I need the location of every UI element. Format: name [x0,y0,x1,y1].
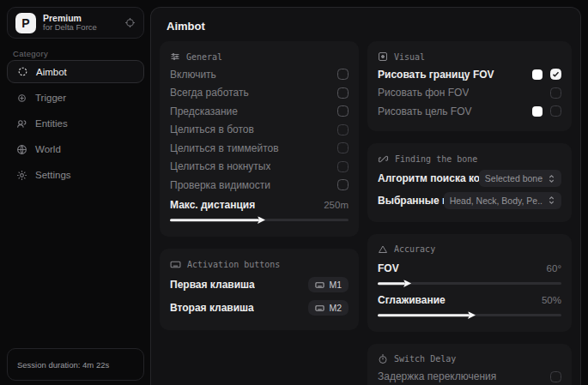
panel-finding-the-bone: Finding the bone Алгоритм поиска кост Se… [367,143,572,222]
triangle-icon [378,244,388,255]
setting-row-fov: FOV 60° [378,260,561,277]
sliders-icon [170,51,180,62]
panel-switch-delay: Switch Delay Задержка переключения Задер… [367,344,572,385]
sidebar-item-settings[interactable]: Settings [7,164,144,186]
timer-icon [378,354,388,364]
color-swatch[interactable] [532,106,543,117]
setting-row-always-work: Всегда работать [170,84,349,103]
sidebar: P Premium for Delta Force Category Aimbo… [0,0,150,385]
keyboard-icon [170,259,181,270]
setting-row-visibility-check: Проверка видимости [170,176,349,195]
sidebar-item-world[interactable]: World [7,138,144,160]
bone-icon [378,153,389,165]
sidebar-item-label: Trigger [35,93,66,103]
checkbox-draw-fov-background[interactable] [550,87,561,99]
sidebar-item-entities[interactable]: Entities [7,112,144,135]
checkbox-draw-fov-border[interactable] [550,69,561,80]
panel-title: Accuracy [394,244,435,254]
sidebar-item-label: Settings [35,170,71,180]
checkbox-visibility-check[interactable] [337,179,349,190]
smoothing-slider[interactable] [378,310,561,322]
setting-row-smoothing: Сглаживание 50% [378,292,561,309]
setting-row-prediction: Предсказание [170,102,349,121]
keybind-button-m1[interactable]: M1 [308,277,349,292]
sidebar-nav: Aimbot Trigger Entities World Settings [7,60,144,189]
checkbox-always-work[interactable] [337,87,349,99]
setting-row-draw-fov-border: Рисовать границу FOV [378,65,561,84]
page-title: Aimbot [151,8,580,41]
session-duration: Session duration: 4m 22s [7,348,144,381]
fov-value: 60° [547,263,561,274]
checkbox-target-bots[interactable] [337,124,349,135]
trigger-icon [16,93,27,104]
setting-row-switch-delay-toggle: Задержка переключения [378,368,561,385]
keyboard-icon [315,304,324,313]
setting-row-first-key: Первая клавиша M1 [170,274,349,297]
sidebar-item-label: World [35,144,61,154]
setting-row-max-distance: Макс. дистанция 250m [170,196,349,214]
main-panel: Aimbot General Включить Всегда работать [150,7,581,385]
visual-icon [378,51,388,62]
checkbox-switch-delay[interactable] [550,371,561,382]
fov-slider[interactable] [378,278,561,290]
brand-subtitle: for Delta Force [43,23,118,33]
sidebar-item-aimbot[interactable]: Aimbot [7,60,144,83]
panel-title: Finding the bone [395,154,477,164]
chevron-up-down-icon [548,174,555,183]
panel-title: Visual [394,52,425,62]
setting-row-enable: Включить [170,65,349,84]
keyboard-icon [315,280,324,290]
panel-visual: Visual Рисовать границу FOV Рисовать фон… [367,41,572,131]
setting-row-bone-algorithm: Алгоритм поиска кост Selected bone [378,168,561,190]
setting-row-target-teammates: Целиться в тиммейтов [170,139,349,158]
keybind-button-m2[interactable]: M2 [308,300,349,316]
panel-activation-buttons: Activation buttons Первая клавиша M1 Вто… [160,249,359,330]
crosshair-icon [17,66,28,77]
panel-title: General [186,52,222,62]
checkbox-enable[interactable] [337,69,349,80]
checkbox-draw-fov-target[interactable] [550,105,561,117]
panel-general: General Включить Всегда работать Предска… [160,41,359,237]
panel-title: Activation buttons [187,260,280,269]
setting-row-target-bots: Целиться в ботов [170,121,349,140]
setting-row-draw-fov-target: Рисовать цель FOV [378,102,561,121]
color-swatch[interactable] [532,69,543,80]
bone-algorithm-select[interactable]: Selected bone [479,170,561,187]
checkbox-target-teammates[interactable] [337,142,349,153]
checkbox-target-knocked[interactable] [337,161,349,172]
entities-icon [16,118,27,129]
max-distance-slider[interactable] [170,214,349,226]
selected-bones-select[interactable]: Head, Neck, Body, Pe.. [444,192,561,209]
setting-row-target-knocked: Целиться в нокнутых [170,158,349,177]
settings-icon [16,170,27,181]
setting-row-second-key: Вторая клавиша M2 [170,297,349,320]
category-label: Category [13,49,48,58]
panel-accuracy: Accuracy FOV 60° Сглаживание 50% [367,234,572,332]
gear-icon[interactable] [124,17,136,28]
brand-card: P Premium for Delta Force [7,7,144,39]
sidebar-item-label: Aimbot [36,67,67,77]
chevron-up-down-icon [548,196,555,205]
setting-row-selected-bones: Выбранные кос Head, Neck, Body, Pe.. [378,189,561,212]
setting-row-draw-fov-background: Рисовать фон FOV [378,84,561,103]
world-icon [16,144,27,155]
checkbox-prediction[interactable] [337,105,349,117]
brand-logo: P [15,13,36,33]
panel-title: Switch Delay [394,354,456,364]
sidebar-item-trigger[interactable]: Trigger [7,87,144,109]
smoothing-value: 50% [542,295,561,305]
max-distance-value: 250m [324,200,349,210]
sidebar-item-label: Entities [35,118,68,129]
